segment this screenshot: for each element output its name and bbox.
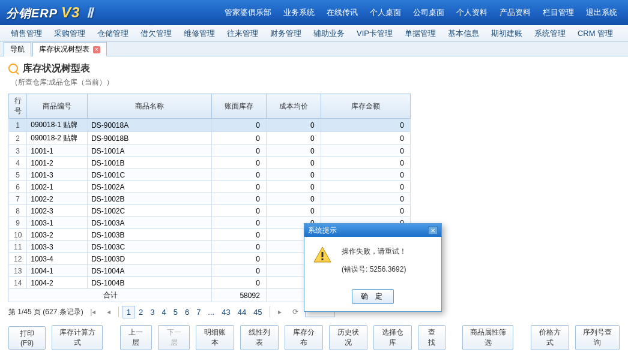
history-button[interactable]: 历史状况 — [329, 325, 367, 350]
table-row[interactable]: 1090018-1 贴牌DS-90018A000 — [9, 119, 411, 132]
calc-method-button[interactable]: 库存计算方式 — [52, 325, 103, 350]
page-...: ... — [204, 306, 218, 318]
topnav-退出系统[interactable]: 退出系统 — [581, 5, 622, 20]
logo-suffix: Ⅱ — [86, 5, 94, 20]
menu-辅助业务[interactable]: 辅助业务 — [307, 28, 351, 39]
topnav-管家婆俱乐部[interactable]: 管家婆俱乐部 — [220, 5, 276, 20]
pager-pages: 1234567...434445 — [122, 308, 266, 317]
page-2[interactable]: 2 — [135, 306, 146, 318]
close-icon[interactable]: ✕ — [428, 226, 438, 234]
detail-ledger-button[interactable]: 明细账本 — [196, 325, 234, 350]
table-row[interactable]: 31001-1DS-1001A000 — [9, 145, 411, 157]
total-label: 合计 — [9, 289, 212, 302]
stock-dist-button[interactable]: 库存分布 — [285, 325, 323, 350]
tab-close-icon[interactable]: × — [93, 46, 100, 53]
table-row[interactable]: 51001-3DS-1001C000 — [9, 169, 411, 181]
ok-button[interactable]: 确 定 — [352, 289, 393, 304]
menu-仓储管理[interactable]: 仓储管理 — [91, 28, 134, 39]
col-账面库存[interactable]: 账面库存 — [212, 94, 267, 119]
menu-期初建账[interactable]: 期初建账 — [485, 28, 528, 39]
down-level-button: 下一层 — [158, 325, 190, 350]
menu-销售管理[interactable]: 销售管理 — [5, 28, 48, 39]
table-row[interactable]: 61002-1DS-1002A000 — [9, 181, 411, 193]
table-row[interactable]: 2090018-2 贴牌DS-90018B000 — [9, 132, 411, 145]
pager-refresh-icon[interactable]: ⟳ — [289, 306, 301, 318]
page-6[interactable]: 6 — [181, 306, 193, 318]
dialog-message: 操作失败，请重试！ — [342, 245, 406, 258]
col-商品名称[interactable]: 商品名称 — [88, 94, 212, 119]
menu-CRM 管理[interactable]: CRM 管理 — [572, 28, 619, 39]
pager-first-icon[interactable]: |◂ — [87, 306, 99, 318]
pager-info: 第 1/45 页 (627 条记录) — [8, 307, 83, 317]
search-icon — [8, 64, 19, 74]
page-4[interactable]: 4 — [158, 306, 169, 318]
page-subtitle: （所查仓库:成品仓库（当前）） — [11, 77, 620, 88]
page-45[interactable]: 45 — [250, 306, 265, 318]
topnav-业务系统[interactable]: 业务系统 — [279, 5, 319, 20]
svg-rect-0 — [322, 252, 324, 257]
page-title: 库存状况树型表 — [23, 62, 90, 75]
topnav-栏目管理[interactable]: 栏目管理 — [538, 5, 579, 20]
warning-icon — [313, 245, 332, 264]
up-level-button[interactable]: 上一层 — [120, 325, 152, 350]
system-alert-dialog: 系统提示 ✕ 操作失败，请重试！ (错误号: 5256.3692) 确 定 — [304, 223, 442, 312]
menu-采购管理[interactable]: 采购管理 — [48, 28, 91, 39]
tab-导航[interactable]: 导航 — [4, 42, 31, 56]
attr-filter-button[interactable]: 商品属性筛选 — [462, 325, 513, 350]
col-库存金额[interactable]: 库存金额 — [321, 94, 410, 119]
menu-bar: 销售管理采购管理仓储管理借欠管理维修管理往来管理财务管理辅助业务VIP卡管理单据… — [0, 25, 628, 42]
topnav-个人资料[interactable]: 个人资料 — [451, 5, 492, 20]
menu-财务管理[interactable]: 财务管理 — [264, 28, 307, 39]
page-7[interactable]: 7 — [193, 306, 204, 318]
dialog-title: 系统提示 — [308, 225, 337, 236]
page-5[interactable]: 5 — [170, 306, 181, 318]
topnav-在线传讯[interactable]: 在线传讯 — [322, 5, 363, 20]
table-row[interactable]: 71002-2DS-1002B000 — [9, 193, 411, 205]
select-warehouse-button[interactable]: 选择仓库 — [373, 325, 412, 350]
top-nav: 管家婆俱乐部业务系统在线传讯个人桌面公司桌面个人资料产品资料栏目管理退出系统 — [220, 5, 622, 20]
find-button[interactable]: 查 找 — [418, 325, 445, 350]
col-成本均价[interactable]: 成本均价 — [266, 94, 321, 119]
price-mode-button[interactable]: 价格方式 — [531, 325, 569, 350]
col-商品编号[interactable]: 商品编号 — [27, 94, 88, 119]
dialog-error-code: (错误号: 5256.3692) — [342, 263, 406, 276]
pager-prev-icon[interactable]: ◂ — [103, 306, 115, 318]
topnav-公司桌面[interactable]: 公司桌面 — [408, 5, 449, 20]
menu-系统管理[interactable]: 系统管理 — [528, 28, 572, 39]
page-44[interactable]: 44 — [234, 306, 250, 318]
svg-rect-1 — [322, 258, 324, 260]
tab-bar: 导航库存状况树型表× — [0, 42, 628, 56]
linear-list-button[interactable]: 线性列表 — [240, 325, 279, 350]
col-行号[interactable]: 行号 — [9, 94, 27, 119]
menu-基本信息[interactable]: 基本信息 — [442, 28, 485, 39]
logo-text: 分销ERP — [6, 7, 57, 20]
top-bar: 分销ERP V3 Ⅱ 管家婆俱乐部业务系统在线传讯个人桌面公司桌面个人资料产品资… — [0, 0, 628, 25]
pager-next-icon[interactable]: ▸ — [274, 306, 286, 318]
table-row[interactable]: 81002-3DS-1002C000 — [9, 205, 411, 217]
print-button[interactable]: 打印(F9) — [8, 326, 46, 350]
page-3[interactable]: 3 — [146, 306, 158, 318]
logo-version: V3 — [61, 4, 80, 20]
toolbar: 打印(F9) 库存计算方式 上一层 下一层 明细账本 线性列表 库存分布 历史状… — [8, 321, 620, 354]
dialog-header[interactable]: 系统提示 ✕ — [304, 224, 441, 237]
total-qty: 58092 — [212, 289, 267, 302]
menu-借欠管理[interactable]: 借欠管理 — [134, 28, 178, 39]
menu-维修管理[interactable]: 维修管理 — [178, 28, 221, 39]
menu-VIP卡管理[interactable]: VIP卡管理 — [351, 28, 399, 39]
page-1[interactable]: 1 — [122, 306, 135, 318]
page-43[interactable]: 43 — [218, 306, 234, 318]
serial-query-button[interactable]: 序列号查询 — [575, 325, 620, 350]
menu-往来管理[interactable]: 往来管理 — [221, 28, 264, 39]
topnav-个人桌面[interactable]: 个人桌面 — [365, 5, 406, 20]
menu-单据管理[interactable]: 单据管理 — [399, 28, 442, 39]
tab-库存状况树型表[interactable]: 库存状况树型表× — [32, 42, 107, 56]
topnav-产品资料[interactable]: 产品资料 — [495, 5, 536, 20]
app-logo: 分销ERP V3 Ⅱ — [6, 4, 94, 22]
table-row[interactable]: 41001-2DS-1001B000 — [9, 157, 411, 169]
